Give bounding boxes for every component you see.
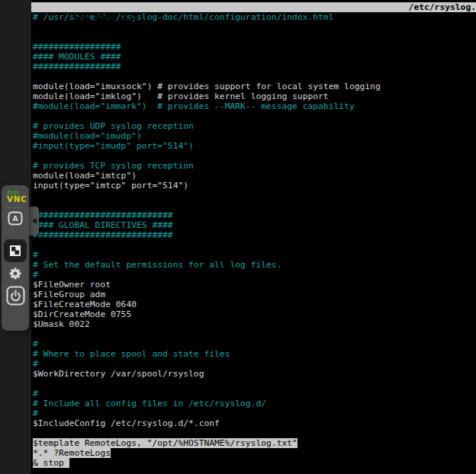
- selected-text[interactable]: *.* ?RemoteLogs: [33, 448, 111, 458]
- fullscreen-icon: [9, 245, 21, 257]
- editor-line[interactable]: [33, 151, 476, 161]
- divider: [6, 207, 24, 208]
- editor-line[interactable]: # provides UDP syslog reception: [33, 121, 476, 131]
- terminal-window[interactable]: GNU nano 7.2 /etc/rsyslog. # /usr/share/…: [31, 0, 476, 474]
- editor-line[interactable]: [33, 111, 476, 121]
- editor-line[interactable]: $DirCreateMode 0755: [33, 309, 476, 319]
- editor-line[interactable]: #input(type="imudp" port="514"): [33, 141, 476, 151]
- editor-buffer[interactable]: # /usr/share/doc/rsyslog-doc/html/config…: [33, 12, 476, 468]
- editor-line[interactable]: ###########################: [33, 230, 476, 240]
- disconnect-button[interactable]: [2, 285, 29, 306]
- editor-line[interactable]: $FileCreateMode 0640: [33, 299, 476, 309]
- screen: GNU nano 7.2 /etc/rsyslog. # /usr/share/…: [0, 0, 476, 474]
- editor-line[interactable]: #: [33, 389, 476, 399]
- novnc-control-bar: no VNC A: [2, 185, 29, 331]
- editor-line[interactable]: #module(load="imudp"): [33, 131, 476, 141]
- editor-line[interactable]: [33, 379, 476, 389]
- editor-line[interactable]: # Include all config files in /etc/rsysl…: [33, 399, 476, 408]
- editor-line[interactable]: [33, 72, 476, 82]
- editor-line[interactable]: #################: [33, 62, 476, 72]
- novnc-logo-bottom: VNC: [7, 196, 27, 203]
- editor-line[interactable]: $Umask 0022: [33, 319, 476, 329]
- editor-line[interactable]: #: [33, 339, 476, 349]
- editor-line[interactable]: $IncludeConfig /etc/rsyslog.d/*.conf: [33, 418, 476, 428]
- editor-line[interactable]: #################: [33, 42, 476, 52]
- gear-icon: [8, 266, 23, 281]
- nano-titlebar: GNU nano 7.2 /etc/rsyslog.: [31, 2, 476, 12]
- editor-line[interactable]: $template RemoteLogs, "/opt/%HOSTNAME%/r…: [33, 438, 476, 448]
- power-icon: [6, 286, 25, 306]
- selected-text[interactable]: & stop: [33, 458, 69, 468]
- editor-line[interactable]: $WorkDirectory /var/spool/rsyslog: [33, 369, 476, 379]
- editor-line[interactable]: [33, 191, 476, 200]
- editor-line[interactable]: # provides TCP syslog reception: [33, 161, 476, 171]
- editor-line[interactable]: $FileOwner root: [33, 280, 476, 290]
- editor-line[interactable]: module(load="imtcp"): [33, 171, 476, 181]
- editor-line[interactable]: #: [33, 270, 476, 280]
- settings-button[interactable]: [2, 264, 29, 283]
- editor-line[interactable]: ###########################: [33, 210, 476, 220]
- editor-line[interactable]: $FileGroup adm: [33, 290, 476, 299]
- keyboard-key-icon: A: [8, 211, 23, 226]
- collapse-arrow-icon: [32, 218, 37, 224]
- editor-line[interactable]: [33, 32, 476, 42]
- editor-line[interactable]: #: [33, 408, 476, 418]
- editor-line[interactable]: [33, 428, 476, 438]
- svg-text:A: A: [12, 214, 18, 223]
- editor-line[interactable]: & stop: [33, 458, 476, 468]
- novnc-logo: no VNC: [7, 189, 27, 202]
- editor-line[interactable]: [33, 240, 476, 250]
- nano-filename: /etc/rsyslog.: [409, 2, 476, 12]
- editor-line[interactable]: #: [33, 250, 476, 260]
- selected-text[interactable]: $template RemoteLogs, "/opt/%HOSTNAME%/r…: [33, 438, 298, 448]
- editor-line[interactable]: #### MODULES ####: [33, 52, 476, 62]
- editor-line[interactable]: [33, 329, 476, 339]
- editor-line[interactable]: [33, 22, 476, 32]
- editor-line[interactable]: [33, 200, 476, 210]
- editor-line[interactable]: # Set the default permissions for all lo…: [33, 260, 476, 270]
- editor-line[interactable]: #### GLOBAL DIRECTIVES ####: [33, 220, 476, 230]
- extra-keys-button[interactable]: A: [2, 210, 29, 226]
- editor-line[interactable]: input(type="imtcp" port="514"): [33, 181, 476, 191]
- fullscreen-button[interactable]: [4, 239, 27, 262]
- editor-line[interactable]: #: [33, 359, 476, 369]
- nano-version-title: GNU nano 7.2: [63, 12, 137, 22]
- editor-line[interactable]: module(load="imklog") # provides kernel …: [33, 91, 476, 101]
- editor-line[interactable]: # Where to place spool and state files: [33, 349, 476, 359]
- editor-line[interactable]: #module(load="immark") # provides --MARK…: [33, 101, 476, 111]
- editor-line[interactable]: *.* ?RemoteLogs: [33, 448, 476, 458]
- editor-line[interactable]: module(load="imuxsock") # provides suppo…: [33, 82, 476, 91]
